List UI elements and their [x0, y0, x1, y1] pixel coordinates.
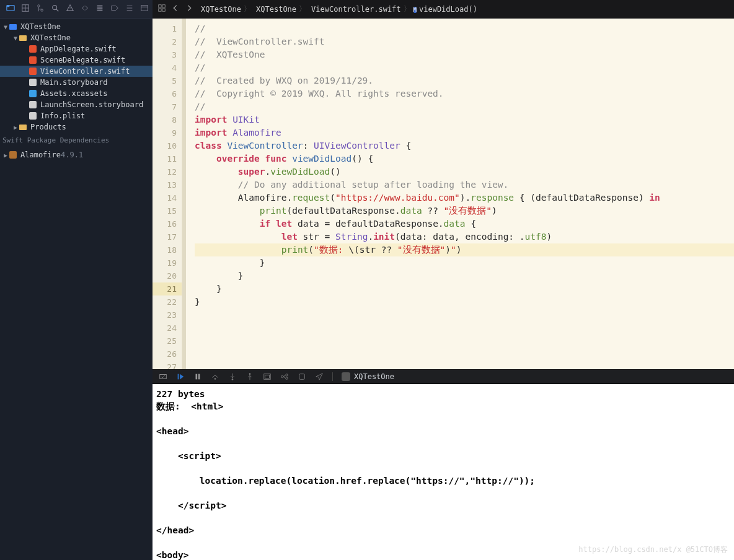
issue-navigator-icon[interactable]: [66, 4, 74, 14]
back-icon[interactable]: [171, 4, 180, 14]
tree-label: Main.storyboard: [40, 78, 107, 87]
svg-rect-12: [97, 6, 103, 7]
sidebar: ▼XQTestOne▼XQTestOneAppDelegate.swiftSce…: [0, 0, 153, 560]
svg-rect-21: [162, 5, 165, 7]
svg-point-37: [286, 377, 288, 380]
tree-label: LaunchScreen.storyboard: [40, 100, 143, 109]
forward-icon[interactable]: [185, 4, 193, 14]
svg-rect-26: [196, 374, 198, 380]
tree-label: AppDelegate.swift: [40, 45, 117, 53]
window-icon[interactable]: [140, 4, 149, 14]
deps-section-label: Swift Package Dependencies: [0, 133, 153, 147]
continue-icon[interactable]: [176, 372, 185, 381]
tree-row[interactable]: Assets.xcassets: [0, 88, 153, 99]
code-area[interactable]: //// ViewController.swift// XQTestOne///…: [186, 19, 734, 369]
step-into-icon[interactable]: [228, 372, 237, 381]
svg-rect-25: [178, 374, 179, 380]
svg-rect-22: [159, 9, 161, 11]
disclosure-arrow[interactable]: ▶: [12, 124, 19, 131]
tree-label: XQTestOne: [30, 33, 71, 42]
line-gutter: 1234567891011121314151617181920212223242…: [153, 19, 182, 369]
code-editor[interactable]: 1234567891011121314151617181920212223242…: [153, 19, 734, 369]
svg-line-39: [283, 377, 286, 378]
source-control-icon[interactable]: [21, 4, 30, 14]
jump-bar: XQTestOne〉XQTestOne〉ViewController.swift…: [153, 0, 734, 19]
svg-point-30: [232, 378, 234, 380]
svg-rect-20: [159, 5, 161, 7]
tree-row[interactable]: SceneDelegate.swift: [0, 55, 153, 66]
memory-graph-icon[interactable]: [280, 372, 289, 381]
svg-rect-13: [97, 7, 103, 9]
pause-icon[interactable]: [193, 372, 202, 381]
disclosure-arrow[interactable]: ▼: [12, 35, 19, 42]
separator: [332, 372, 333, 381]
view-debug-icon[interactable]: [263, 372, 272, 381]
svg-point-32: [249, 373, 251, 375]
tree-label: Products: [30, 123, 66, 131]
svg-rect-1: [7, 6, 9, 7]
debug-target[interactable]: XQTestOne: [342, 372, 394, 381]
breakpoint-navigator-icon[interactable]: [110, 4, 119, 14]
debug-target-label: XQTestOne: [354, 372, 394, 381]
debug-toolbar: XQTestOne: [153, 369, 734, 384]
svg-point-36: [286, 374, 288, 377]
location-icon[interactable]: [315, 372, 324, 381]
main-area: XQTestOne〉XQTestOne〉ViewController.swift…: [153, 0, 734, 560]
svg-rect-24: [160, 375, 167, 379]
tree-label: ViewController.swift: [40, 67, 130, 76]
svg-point-28: [214, 378, 216, 380]
svg-rect-34: [265, 375, 270, 378]
tree-label: Assets.xcassets: [40, 89, 107, 98]
tree-row[interactable]: Info.plist: [0, 110, 153, 121]
tree-label: Info.plist: [40, 112, 85, 120]
svg-rect-40: [299, 374, 305, 380]
project-tree: ▼XQTestOne▼XQTestOneAppDelegate.swiftSce…: [0, 19, 153, 133]
sidebar-navigator-toolbar: [0, 0, 153, 19]
svg-point-9: [53, 6, 57, 10]
breadcrumb-item[interactable]: XQTestOne: [254, 5, 296, 14]
svg-point-35: [281, 375, 284, 378]
deps-tree: ▶Alamofire 4.9.1: [0, 147, 153, 160]
svg-rect-14: [97, 10, 103, 11]
tree-row[interactable]: LaunchScreen.storyboard: [0, 99, 153, 110]
environment-icon[interactable]: [298, 372, 306, 381]
tree-row[interactable]: ▶Products: [0, 121, 153, 133]
toggle-debug-icon[interactable]: [159, 372, 167, 381]
tree-row[interactable]: Main.storyboard: [0, 77, 153, 88]
disclosure-arrow[interactable]: ▼: [2, 24, 9, 30]
breadcrumb-item[interactable]: XQTestOne: [198, 5, 241, 14]
tree-row[interactable]: ▼XQTestOne: [0, 21, 153, 32]
dep-row[interactable]: ▶Alamofire 4.9.1: [0, 149, 153, 160]
related-items-icon[interactable]: [157, 4, 166, 14]
svg-rect-18: [141, 6, 148, 11]
svg-line-38: [283, 375, 286, 377]
report-navigator-icon[interactable]: [125, 4, 134, 14]
step-out-icon[interactable]: [245, 372, 254, 381]
svg-line-10: [56, 9, 59, 12]
console-output[interactable]: 227 bytes 数据: <html> <head> <script> loc…: [153, 384, 734, 560]
symbol-navigator-icon[interactable]: [36, 4, 45, 14]
app-icon: [342, 372, 350, 381]
watermark: https://blog.csdn.net/x @51CTO博客: [578, 545, 728, 555]
breadcrumb: XQTestOne〉XQTestOne〉ViewController.swift…: [198, 4, 477, 14]
breadcrumb-item[interactable]: MviewDidLoad(): [413, 5, 477, 14]
step-over-icon[interactable]: [211, 372, 219, 381]
find-navigator-icon[interactable]: [51, 4, 60, 14]
tree-label: XQTestOne: [20, 22, 61, 31]
breadcrumb-item[interactable]: ViewController.swift: [309, 5, 401, 14]
svg-rect-23: [162, 9, 165, 11]
chevron-right-icon: 〉: [244, 4, 251, 14]
test-navigator-icon[interactable]: [81, 4, 89, 14]
chevron-right-icon: 〉: [404, 4, 411, 14]
project-navigator-icon[interactable]: [6, 4, 15, 14]
tree-row[interactable]: AppDelegate.swift: [0, 43, 153, 55]
debug-navigator-icon[interactable]: [95, 4, 104, 14]
tree-row[interactable]: ViewController.swift: [0, 66, 153, 77]
svg-rect-27: [198, 374, 200, 380]
tree-row[interactable]: ▼XQTestOne: [0, 32, 153, 43]
chevron-right-icon: 〉: [299, 4, 306, 14]
svg-point-5: [38, 5, 40, 7]
svg-point-6: [41, 9, 43, 12]
tree-label: SceneDelegate.swift: [40, 56, 125, 64]
